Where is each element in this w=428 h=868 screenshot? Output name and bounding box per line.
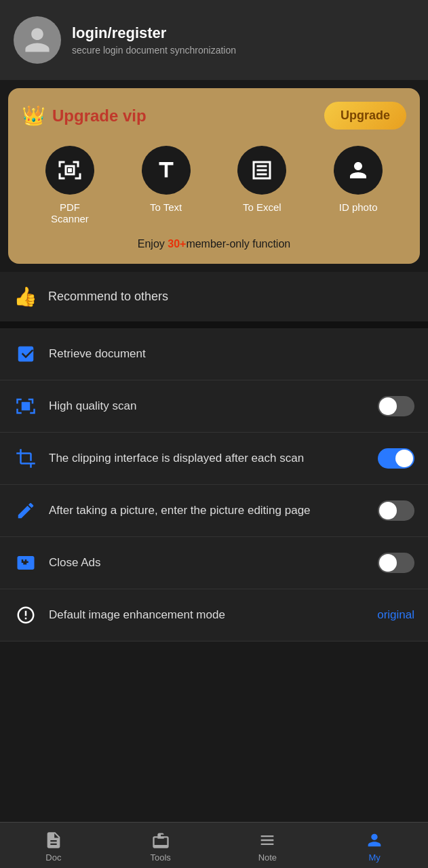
menu-item-clipping-interface[interactable]: The clipping interface is displayed afte… bbox=[0, 433, 428, 485]
close-ads-icon bbox=[14, 551, 38, 575]
to-text-icon-circle bbox=[142, 146, 191, 195]
features-row: PDFScanner To Text To Excel bbox=[22, 146, 406, 224]
close-ads-label: Close Ads bbox=[49, 555, 367, 571]
default-enhancement-value-text: original bbox=[377, 608, 414, 621]
close-ads-toggle[interactable] bbox=[378, 553, 414, 573]
vip-card: 👑 Upgrade vip Upgrade PDFScanner bbox=[8, 88, 420, 264]
toggle-knob bbox=[379, 554, 397, 572]
id-photo-icon-circle bbox=[334, 146, 383, 195]
id-photo-icon bbox=[346, 158, 370, 182]
doc-icon bbox=[44, 831, 63, 850]
note-nav-label: Note bbox=[258, 852, 277, 863]
to-excel-icon-circle bbox=[237, 146, 286, 195]
feature-id-photo[interactable]: ID photo bbox=[334, 146, 383, 224]
retrieve-document-label: Retrieve document bbox=[49, 346, 414, 362]
to-excel-icon bbox=[250, 158, 274, 182]
tools-icon bbox=[151, 831, 170, 850]
toggle-high-quality-scan[interactable] bbox=[378, 396, 414, 416]
id-photo-label: ID photo bbox=[339, 201, 378, 213]
vip-header: 👑 Upgrade vip Upgrade bbox=[22, 102, 406, 130]
menu-item-default-enhancement[interactable]: Default image enhancement mode original bbox=[0, 589, 428, 642]
pdf-scanner-icon-circle bbox=[45, 146, 94, 195]
to-excel-label: To Excel bbox=[243, 201, 281, 213]
default-enhancement-label: Default image enhancement mode bbox=[49, 607, 366, 623]
toggle-clipping-interface[interactable] bbox=[378, 448, 414, 469]
feature-to-excel[interactable]: To Excel bbox=[237, 146, 286, 224]
clipping-interface-label: The clipping interface is displayed afte… bbox=[49, 450, 367, 467]
profile-info: login/register secure login document syn… bbox=[72, 24, 236, 56]
pdf-scanner-label: PDFScanner bbox=[51, 201, 89, 224]
clipping-interface-icon bbox=[14, 446, 38, 471]
nav-item-doc[interactable]: Doc bbox=[0, 823, 107, 868]
toggle-knob bbox=[395, 450, 413, 467]
pdf-scanner-icon bbox=[58, 158, 82, 182]
my-icon bbox=[365, 831, 384, 850]
profile-subtitle: secure login document synchronization bbox=[72, 45, 236, 56]
to-text-icon bbox=[154, 158, 178, 182]
high-quality-scan-label: High quality scan bbox=[49, 398, 367, 414]
menu-item-high-quality-scan[interactable]: High quality scan bbox=[0, 380, 428, 433]
member-text: Enjoy 30+member-only function bbox=[22, 238, 406, 250]
thumbs-up-icon: 👍 bbox=[14, 285, 37, 308]
feature-pdf-scanner[interactable]: PDFScanner bbox=[45, 146, 94, 224]
note-icon bbox=[258, 831, 277, 850]
high-quality-scan-icon bbox=[14, 394, 38, 418]
picture-editing-label: After taking a picture, enter the pictur… bbox=[49, 502, 367, 519]
nav-item-my[interactable]: My bbox=[321, 823, 428, 868]
vip-title-row: 👑 Upgrade vip bbox=[22, 104, 147, 127]
vip-title: Upgrade vip bbox=[52, 106, 147, 125]
profile-name: login/register bbox=[72, 24, 236, 42]
recommend-label: Recommend to others bbox=[48, 290, 168, 304]
toggle-knob bbox=[379, 502, 397, 519]
nav-item-tools[interactable]: Tools bbox=[107, 823, 214, 868]
default-enhancement-icon bbox=[14, 603, 38, 627]
to-text-label: To Text bbox=[150, 201, 182, 213]
menu-item-picture-editing[interactable]: After taking a picture, enter the pictur… bbox=[0, 485, 428, 537]
my-nav-label: My bbox=[368, 852, 380, 863]
bottom-nav: Doc Tools Note My bbox=[0, 822, 428, 868]
retrieve-document-icon bbox=[14, 342, 38, 366]
toggle-knob bbox=[379, 397, 397, 415]
avatar bbox=[14, 16, 61, 64]
toggle-close-ads[interactable] bbox=[378, 553, 414, 573]
clipping-interface-toggle[interactable] bbox=[378, 448, 414, 469]
doc-nav-label: Doc bbox=[45, 852, 61, 863]
toggle-picture-editing[interactable] bbox=[378, 500, 414, 521]
tools-nav-label: Tools bbox=[150, 852, 170, 863]
upgrade-button[interactable]: Upgrade bbox=[324, 102, 406, 130]
picture-editing-icon bbox=[14, 498, 38, 523]
profile-section[interactable]: login/register secure login document syn… bbox=[0, 0, 428, 80]
nav-item-note[interactable]: Note bbox=[214, 823, 322, 868]
picture-editing-toggle[interactable] bbox=[378, 500, 414, 521]
crown-icon: 👑 bbox=[22, 104, 45, 127]
menu-item-retrieve-document[interactable]: Retrieve document bbox=[0, 328, 428, 380]
recommend-item[interactable]: 👍 Recommend to others bbox=[0, 272, 428, 328]
menu-item-close-ads[interactable]: Close Ads bbox=[0, 537, 428, 589]
menu-section: Retrieve document High quality scan bbox=[0, 328, 428, 642]
feature-to-text[interactable]: To Text bbox=[142, 146, 191, 224]
default-enhancement-value[interactable]: original bbox=[377, 608, 414, 622]
high-quality-scan-toggle[interactable] bbox=[378, 396, 414, 416]
member-count: 30+ bbox=[168, 238, 186, 250]
